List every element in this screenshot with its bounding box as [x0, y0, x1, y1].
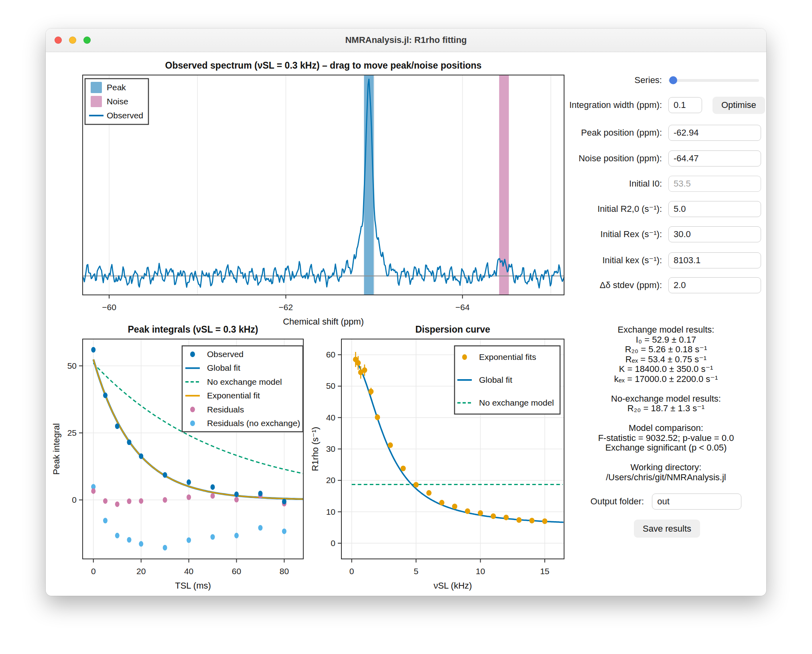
peak-position-input[interactable]	[668, 125, 761, 141]
dispersion-point	[368, 389, 374, 394]
initial-rex-input[interactable]	[668, 226, 761, 242]
results-line: No-exchange model results:	[566, 394, 766, 404]
series-slider-thumb[interactable]	[669, 76, 677, 84]
dispersion-point	[426, 490, 432, 496]
delta-stdev-input[interactable]	[668, 277, 761, 293]
results-line: Rₑₓ = 53.4 ± 0.75 s⁻¹	[566, 355, 766, 365]
initial-kex-label: Initial kex (s⁻¹):	[566, 255, 662, 266]
initial-r20-label: Initial R2,0 (s⁻¹):	[566, 204, 662, 214]
noise-position-input[interactable]	[668, 150, 761, 167]
residual-point	[234, 497, 239, 502]
residual-point	[211, 493, 215, 499]
x-tick-label: 40	[184, 567, 193, 576]
results-line	[566, 384, 766, 394]
integration-width-input[interactable]	[668, 97, 702, 113]
residual-noexchange-point	[115, 533, 120, 538]
noise-position-label: Noise position (ppm):	[566, 153, 662, 164]
dispersion-point	[478, 510, 483, 516]
y-axis-label: R1rho (s⁻¹)	[310, 427, 320, 471]
legend-label: Peak	[107, 83, 126, 92]
observed-point	[103, 392, 108, 398]
y-tick-label: 50	[67, 361, 77, 370]
dispersion-point	[400, 466, 406, 471]
observed-point	[258, 491, 262, 496]
initial-i0-input	[668, 176, 761, 192]
legend-label: Exponential fits	[479, 352, 536, 362]
peak-integrals-plot: ObservedGlobal fitNo exchange modelExpon…	[50, 321, 331, 594]
results-line: F-statistic = 9032.52; p-value = 0.0	[566, 433, 766, 443]
results-line: Working directory:	[566, 463, 766, 473]
observed-point	[127, 439, 131, 445]
legend-dot	[190, 420, 195, 426]
x-tick-label: 60	[232, 567, 241, 576]
y-tick-label: 40	[326, 413, 335, 422]
residual-point	[127, 498, 131, 504]
observed-point	[187, 479, 191, 485]
legend-dot	[190, 351, 195, 357]
plot-frame	[83, 75, 564, 295]
observed-spectrum-line	[83, 79, 564, 288]
optimise-button[interactable]: Optimise	[713, 97, 765, 114]
observed-point	[91, 347, 95, 353]
dispersion-point	[491, 514, 496, 519]
residual-noexchange-point	[187, 537, 191, 543]
residual-noexchange-point	[258, 525, 262, 530]
initial-r20-input[interactable]	[668, 201, 761, 217]
x-tick-label: 15	[540, 567, 549, 576]
x-tick-label: −64	[455, 303, 470, 312]
app-window: NMRAnalysis.jl: R1rho fitting PeakNoiseO…	[46, 28, 766, 596]
plot-title: Peak integrals (νSL = 0.3 kHz)	[128, 324, 258, 335]
results-line: kₑₓ = 17000.0 ± 2200.0 s⁻¹	[566, 374, 766, 384]
x-tick-label: −60	[102, 303, 116, 312]
residual-point	[115, 502, 120, 507]
x-axis-label: νSL (kHz)	[434, 581, 472, 591]
legend-label: Observed	[107, 111, 143, 120]
x-tick-label: 80	[280, 567, 289, 576]
dispersion-point	[465, 508, 470, 514]
initial-i0-label: Initial I0:	[566, 179, 662, 189]
output-folder-label: Output folder:	[591, 496, 644, 507]
legend-label: Exponential fit	[207, 391, 260, 400]
series-label: Series:	[566, 75, 662, 85]
plot-title: Observed spectrum (νSL = 0.3 kHz) – drag…	[165, 60, 482, 71]
results-line: R₂₀ = 5.26 ± 0.18 s⁻¹	[566, 345, 766, 355]
dispersion-point	[414, 482, 419, 487]
dispersion-point	[452, 504, 457, 509]
legend-label: Residuals	[207, 405, 244, 414]
results-line: /Users/chris/git/NMRAnalysis.jl	[566, 473, 766, 483]
initial-kex-input[interactable]	[668, 252, 761, 268]
save-results-button[interactable]: Save results	[634, 520, 700, 538]
results-line: Exchange model results:	[566, 325, 766, 335]
dispersion-point	[375, 414, 380, 420]
plot-title: Dispersion curve	[415, 324, 490, 335]
spectrum-plot[interactable]: PeakNoiseObserved−60−62−64Observed spect…	[62, 59, 615, 331]
results-line: R₂₀ = 18.7 ± 1.3 s⁻¹	[566, 404, 766, 414]
residual-noexchange-point	[163, 545, 167, 550]
x-tick-label: 10	[476, 567, 485, 576]
observed-point	[211, 484, 215, 490]
residual-noexchange-point	[103, 518, 108, 523]
initial-rex-label: Initial Rex (s⁻¹):	[566, 229, 662, 240]
dispersion-point	[529, 518, 534, 523]
residual-noexchange-point	[234, 533, 239, 538]
y-tick-label: 50	[326, 381, 335, 390]
peak-band[interactable]	[364, 75, 374, 295]
x-tick-label: 0	[349, 567, 354, 576]
legend-dot	[462, 354, 467, 360]
observed-point	[139, 453, 143, 459]
y-axis-label: Peak integral	[51, 423, 61, 475]
window-title: NMRAnalysis.jl: R1rho fitting	[46, 28, 766, 52]
residual-point	[187, 494, 191, 500]
x-tick-label: −62	[279, 303, 293, 312]
y-tick-label: 20	[326, 475, 335, 485]
x-tick-label: 0	[91, 567, 96, 576]
output-folder-input[interactable]	[652, 494, 741, 510]
results-line: Exchange significant (p < 0.05)	[566, 443, 766, 453]
y-tick-label: 0	[331, 538, 335, 548]
legend-label: Observed	[207, 349, 244, 359]
series-slider[interactable]	[668, 79, 759, 82]
peak-position-label: Peak position (ppm):	[566, 128, 662, 138]
dispersion-plot: Exponential fitsGlobal fitNo exchange mo…	[302, 321, 611, 594]
titlebar[interactable]: NMRAnalysis.jl: R1rho fitting	[46, 28, 766, 52]
dispersion-point	[355, 360, 361, 366]
